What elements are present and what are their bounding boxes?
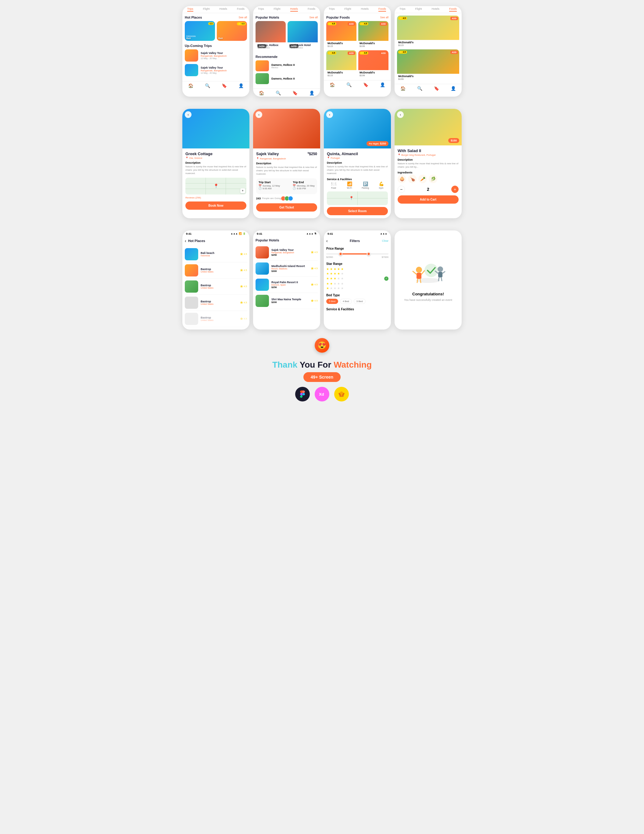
tab-flight[interactable]: Flight — [203, 7, 210, 11]
map-zoom-btn[interactable]: + — [240, 188, 245, 193]
nav-home-3[interactable]: 🏠 — [330, 82, 335, 87]
ingredients-label: Ingredients — [398, 171, 459, 174]
nav-saved[interactable]: 🔖 — [222, 83, 227, 88]
food-scroll-add-1[interactable]: ADD — [450, 51, 458, 54]
hotel-list-price-2: $250 — [271, 286, 308, 289]
list-item-3[interactable]: Bastrop United States ⭐ 4.5 — [185, 295, 247, 311]
list-item-4[interactable]: Bastrop United States ⭐ 4.5 — [185, 311, 247, 327]
tab-trips[interactable]: Trips — [187, 7, 193, 11]
select-room-btn[interactable]: Select Room — [327, 207, 388, 215]
nav-saved-4[interactable]: 🔖 — [434, 86, 439, 91]
hotel-list-item-3[interactable]: Shri Maa Naina Temple $200 ⭐ 4.5 — [256, 293, 318, 309]
bed-chip-2[interactable]: 3 Bed — [354, 299, 366, 304]
place-card-1[interactable]: ⭐ 4.5 Bali — [217, 21, 247, 41]
food-scroll-0[interactable]: ⭐ 4.5 ADD McDonald's $115 — [397, 16, 459, 48]
hotel-list-item-0[interactable]: Sajek Valley Tour Rangamati, Bangladesh … — [256, 244, 318, 260]
rec-item-1[interactable]: Damero, Holbox II — [256, 73, 318, 84]
price-slider[interactable] — [326, 253, 388, 255]
list-rating-1: ⭐ 4.5 — [240, 269, 247, 272]
nav-search-4[interactable]: 🔍 — [417, 86, 422, 91]
nav-home-4[interactable]: 🏠 — [400, 86, 406, 91]
back-btn-1[interactable]: ‹ — [185, 111, 191, 118]
reviews-link[interactable]: Reviews (256) — [185, 196, 246, 199]
tab-hotels4[interactable]: Hotels — [432, 7, 440, 11]
nav-saved-3[interactable]: 🔖 — [363, 82, 368, 87]
back-btn-4[interactable]: ‹ — [397, 111, 404, 118]
list-item-1[interactable]: Bastrop United States ⭐ 4.5 — [185, 262, 247, 279]
tab-foods4[interactable]: Foods — [449, 7, 457, 11]
status-time-5: 9:41 — [186, 232, 191, 235]
tab-hotels2[interactable]: Hotels — [290, 7, 298, 11]
qty-minus-btn[interactable]: − — [398, 186, 405, 193]
hotel-list-item-1[interactable]: Medhufushi Island Resort Resort, Maldive… — [256, 260, 318, 277]
food-card-1[interactable]: ⭐ 4.5 ADD McDonald's $199 — [358, 21, 388, 48]
ingredient-3: 🥬 — [429, 175, 437, 183]
food-add-0[interactable]: ADD — [348, 22, 355, 26]
back-icon-filter[interactable]: ‹ — [326, 238, 328, 243]
tab-flight3[interactable]: Flight — [345, 7, 351, 11]
nav-profile-2[interactable]: 👤 — [309, 91, 314, 95]
food-service-icon: 🍽️ — [327, 181, 340, 186]
tab-trips4[interactable]: Trips — [400, 7, 406, 11]
food-add-2[interactable]: ADD — [348, 52, 355, 55]
nav-saved-2[interactable]: 🔖 — [293, 91, 298, 95]
food-card-3[interactable]: ⭐ 4.5 ADD McDonald's $199 — [358, 50, 388, 78]
food-rating-3: ⭐ 4.5 — [359, 52, 368, 55]
clear-btn[interactable]: Clear — [382, 239, 388, 242]
nav-search[interactable]: 🔍 — [205, 83, 210, 88]
nav-home-2[interactable]: 🏠 — [259, 91, 264, 95]
figma-icon[interactable] — [295, 387, 310, 401]
food-add-1[interactable]: ADD — [380, 22, 387, 26]
add-to-cart-btn[interactable]: Add to Cart — [398, 196, 459, 204]
hotel-list-rating-1: ⭐ 4.5 — [311, 267, 318, 270]
food-card-2[interactable]: ⭐ 4.5 ADD McDonald's $115 — [326, 50, 356, 78]
tab-hotels[interactable]: Hotels — [220, 7, 228, 11]
bottom-nav-4: 🏠 🔍 🔖 👤 — [395, 84, 462, 92]
tab-foods3[interactable]: Foods — [379, 7, 386, 11]
svg-point-1 — [416, 267, 422, 273]
hotel-list-item-2[interactable]: Royal Palm Resort II Elsinore, Spain $25… — [256, 277, 318, 293]
tab-foods2[interactable]: Foods — [307, 7, 315, 11]
bed-chip-0[interactable]: 5 Bed — [326, 299, 338, 304]
tab-foods[interactable]: Foods — [237, 7, 244, 11]
book-now-btn[interactable]: Book Now — [185, 202, 246, 210]
nav-search-3[interactable]: 🔍 — [346, 82, 351, 87]
food-scroll-add-0[interactable]: ADD — [450, 17, 458, 20]
calendar-icon-end: 📅 — [293, 184, 296, 187]
back-icon-list[interactable]: ‹ — [185, 238, 186, 243]
food-scroll-price-0: $115 — [398, 44, 458, 47]
trip-date-1: 12 May - 20 May — [201, 72, 247, 74]
qty-plus-btn[interactable]: + — [451, 186, 459, 193]
nav-profile-4[interactable]: 👤 — [451, 86, 456, 91]
tab-hotels3[interactable]: Hotels — [361, 7, 369, 11]
back-btn-3[interactable]: ‹ — [326, 111, 333, 118]
see-all-places[interactable]: See all — [238, 16, 247, 19]
back-btn-2[interactable]: ‹ — [256, 111, 262, 118]
nav-profile-3[interactable]: 👤 — [380, 82, 385, 87]
tab-trips3[interactable]: Trips — [329, 7, 335, 11]
trip-item-1[interactable]: Sajek Valley Tour Rangamati, Bangladesh … — [185, 64, 247, 76]
food-add-3[interactable]: ADD — [380, 52, 387, 55]
food-card-0[interactable]: ⭐ 4.5 ADD McDonald's $115 — [326, 21, 356, 48]
get-ticket-btn[interactable]: Get Ticket — [256, 203, 317, 212]
place-card-0[interactable]: 4.5 Bali Indonesia — [185, 21, 215, 41]
see-all-hotels[interactable]: See all — [309, 16, 318, 19]
tab-flight4[interactable]: Flight — [415, 7, 422, 11]
bed-chip-1[interactable]: 4 Bed — [340, 299, 352, 304]
nav-profile[interactable]: 👤 — [238, 83, 244, 88]
xd-icon[interactable]: Xd — [315, 387, 329, 401]
nav-search-2[interactable]: 🔍 — [276, 91, 281, 95]
nav-home[interactable]: 🏠 — [188, 83, 193, 88]
trip-item-0[interactable]: Sajek Valley Tour Rangamati, Bangladesh … — [185, 49, 247, 61]
food-scroll-1[interactable]: ⭐ 4.5 ADD McDonald's $199 — [397, 49, 459, 81]
screens-badge: 49+ Screen — [303, 372, 341, 382]
tab-trips2[interactable]: Trips — [258, 7, 264, 11]
list-item-0[interactable]: Bali beach Indonesia ⭐ 4.5 — [185, 246, 247, 262]
tab-flight2[interactable]: Flight — [274, 7, 280, 11]
filter-icon[interactable]: ⇅ — [314, 232, 317, 235]
list-item-2[interactable]: Bastrop United States ⭐ 4.5 — [185, 279, 247, 295]
sketch-icon[interactable] — [334, 387, 349, 401]
star-row-5: ★ ★ ★ ★ ★ — [326, 267, 388, 271]
see-all-foods[interactable]: See all — [380, 16, 388, 19]
rec-item-0[interactable]: Damero, Holbox II Mexico — [256, 60, 318, 71]
